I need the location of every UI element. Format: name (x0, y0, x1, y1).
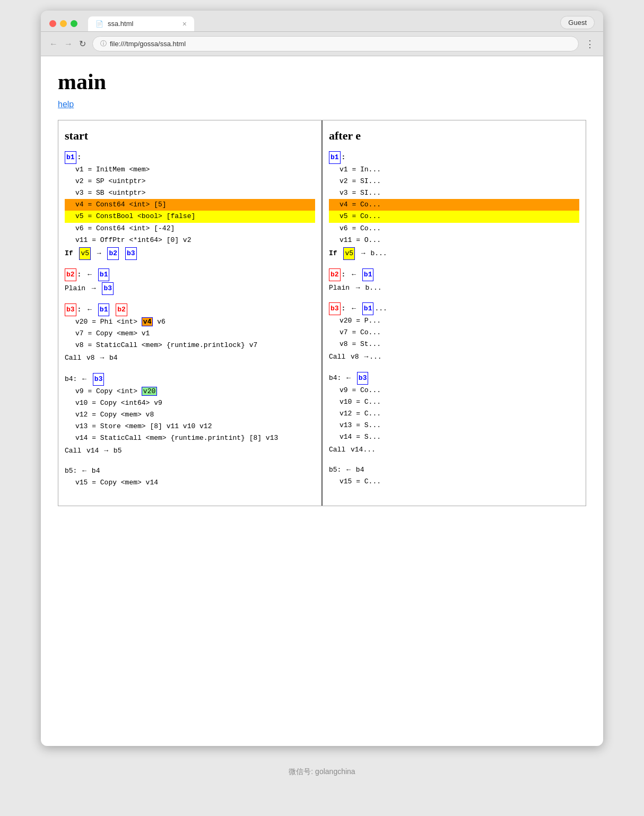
block-b2-after-header: b2: ← b1 (329, 268, 579, 281)
b4-after-from-b3: b3 (357, 372, 369, 385)
b2-arrow: ← (88, 269, 92, 281)
b3-after-arrow: ← (352, 303, 356, 315)
address-field[interactable]: ⓘ file:///tmp/gossa/ssa.html (92, 36, 579, 51)
page-content: main help start b1: v1 = InitMem <mem> v… (41, 56, 603, 746)
block-b3-header: b3: ← b1 b2 (65, 303, 315, 316)
guest-button[interactable]: Guest (560, 16, 595, 29)
active-tab[interactable]: 📄 ssa.html × (88, 16, 194, 31)
watermark-text: 微信号: golangchina (289, 767, 355, 776)
b3-after-v7: v7 = Co... (329, 327, 579, 338)
b3-after-footer: Call v8 →... (329, 351, 579, 363)
tab-title: ssa.html (108, 20, 178, 28)
minimize-button[interactable] (60, 20, 67, 27)
call-keyword-b3-after: Call (329, 351, 345, 363)
b3-line-v7: v7 = Copy <mem> v1 (65, 328, 315, 340)
b1-line-v6: v6 = Const64 <int> [-42] (65, 223, 315, 235)
close-button[interactable] (49, 20, 56, 27)
b1-after-v11: v11 = O... (329, 235, 579, 246)
b3-after-v20: v20 = P... (329, 315, 579, 327)
b1-line-v5: v5 = ConstBool <bool> [false] (65, 211, 315, 222)
tab-bar: 📄 ssa.html × (88, 16, 555, 31)
b2-after-footer: Plain → b... (329, 282, 579, 294)
b2-colon: : (77, 269, 82, 281)
block-b4-after-header: b4: ← b3 (329, 372, 579, 385)
block-b4-start: b4: ← b3 v9 = Copy <int> v20 v10 = Copy … (65, 373, 315, 457)
b5-arrow: ← (82, 465, 86, 477)
call-keyword-b4-after: Call (329, 444, 345, 456)
block-b4-after: b4: ← b3 v9 = Co... v10 = C... v12 = C..… (329, 372, 579, 456)
b3-from-b2: b2 (116, 303, 127, 316)
b4-line-v10: v10 = Copy <int64> v9 (65, 397, 315, 409)
b1-colon: : (77, 152, 82, 163)
maximize-button[interactable] (71, 20, 77, 27)
b1-after-v5-var: v5 (343, 247, 355, 260)
b1-line-v4: v4 = Const64 <int> [5] (65, 199, 315, 211)
b2-after-label: b2 (329, 268, 341, 281)
b2-from-b1: b1 (98, 268, 110, 281)
b3-call-arrow: → (100, 352, 104, 364)
b1-line-v1: v1 = InitMem <mem> (65, 164, 315, 176)
b5-line-v15: v15 = Copy <mem> v14 (65, 477, 315, 489)
b3-arrow: ← (88, 304, 92, 316)
address-bar: ← → ↻ ⓘ file:///tmp/gossa/ssa.html ⋮ (41, 32, 603, 56)
b3-after-v8: v8 = St... (329, 338, 579, 350)
b3-after-colon: : (342, 303, 346, 315)
browser-menu-icon[interactable]: ⋮ (585, 38, 595, 50)
if-keyword-after: If (329, 248, 337, 259)
b1-v5-var: v5 (79, 247, 91, 260)
b1-label: b1 (65, 151, 76, 164)
forward-button[interactable]: → (64, 39, 73, 49)
b1-after-arrow: → (361, 248, 365, 259)
block-b2-start: b2: ← b1 Plain → b3 (65, 268, 315, 295)
b1-after-colon: : (342, 152, 346, 163)
block-b2-header: b2: ← b1 (65, 268, 315, 281)
b1-after-v1: v1 = In... (329, 164, 579, 176)
b1-after-v5: v5 = Co... (329, 211, 579, 222)
b3-line-v8: v8 = StaticCall <mem> {runtime.printlock… (65, 340, 315, 351)
help-link[interactable]: help (58, 100, 586, 109)
block-b3-after: b3: ← b1... v20 = P... v7 = Co... v8 = S… (329, 302, 579, 363)
b2-after-plain-arrow: → (356, 282, 360, 294)
b2-footer: Plain → b3 (65, 282, 315, 295)
b2-after-arrow: ← (352, 269, 356, 281)
b3-colon: : (77, 304, 82, 316)
block-b5-start: b5: ← b4 v15 = Copy <mem> v14 (65, 465, 315, 489)
b4-from-b3: b3 (93, 373, 105, 386)
plain-keyword: Plain (65, 283, 85, 294)
b4-after-v13: v13 = S... (329, 420, 579, 431)
b4-after-v9: v9 = Co... (329, 385, 579, 396)
plain-keyword-after: Plain (329, 282, 350, 294)
b2-plain-dest: b3 (102, 282, 114, 295)
b4-footer: Call v14 → b5 (65, 445, 315, 457)
back-button[interactable]: ← (49, 39, 58, 49)
b2-after-colon: : (342, 269, 346, 281)
ssa-container: start b1: v1 = InitMem <mem> v2 = SP <ui… (58, 120, 586, 506)
block-b1-start: b1: v1 = InitMem <mem> v2 = SP <uintptr>… (65, 151, 315, 260)
b4-arrow: ← (82, 374, 86, 385)
b4-after-footer: Call v14... (329, 444, 579, 456)
ssa-panel-start: start b1: v1 = InitMem <mem> v2 = SP <ui… (58, 120, 323, 506)
traffic-lights (49, 20, 77, 27)
b4-line-v12: v12 = Copy <mem> v8 (65, 409, 315, 421)
b3-after-label: b3 (329, 302, 341, 315)
b1-after-v2: v2 = SI... (329, 176, 579, 187)
call-keyword-b4: Call (65, 445, 81, 457)
ssa-panel-after: after e b1: v1 = In... v2 = SI... v3 = S… (323, 120, 586, 506)
b4-after-v10: v10 = C... (329, 396, 579, 408)
reload-button[interactable]: ↻ (79, 39, 86, 49)
tab-close-icon[interactable]: × (182, 20, 187, 28)
block-b3-after-header: b3: ← b1... (329, 302, 579, 315)
b1-after-label: b1 (329, 151, 341, 164)
address-text: file:///tmp/gossa/ssa.html (110, 40, 186, 48)
b3-from-b1: b1 (98, 303, 110, 316)
file-icon: 📄 (95, 20, 103, 28)
b3-line-v20: v20 = Phi <int> v4 v6 (65, 316, 315, 328)
panel-title-after: after e (329, 129, 579, 143)
call-keyword-b3: Call (65, 352, 81, 364)
b4-after-arrow: ← (346, 372, 351, 384)
b2-after-from-b1: b1 (362, 268, 374, 281)
block-b2-after: b2: ← b1 Plain → b... (329, 268, 579, 294)
b4-after-v14: v14 = S... (329, 431, 579, 443)
b1-after-v6: v6 = Co... (329, 223, 579, 235)
info-icon: ⓘ (100, 39, 107, 48)
